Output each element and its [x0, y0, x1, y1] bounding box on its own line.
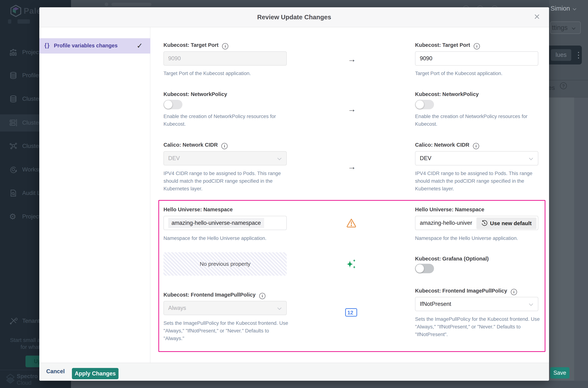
- field-label-networkpolicy-new: Kubecost: NetworkPolicy: [415, 91, 479, 97]
- info-icon[interactable]: i: [222, 43, 228, 49]
- sidebar-item-label: Profiles: [22, 72, 42, 79]
- cidr-new-select[interactable]: DEV: [415, 151, 538, 165]
- field-label-cidr-old: Calico: Network CIDRi: [163, 142, 227, 149]
- divider: [549, 80, 588, 80]
- field-desc: Namespace for the Hello Universe applica…: [163, 234, 291, 242]
- field-desc: Sets the ImagePullPolicy for the Kubecos…: [415, 315, 543, 338]
- spectro-footer-line1: Spectro: [17, 373, 38, 380]
- skeleton-block: [18, 19, 30, 24]
- toggle-knob: [164, 100, 172, 109]
- field-label-imagepullpolicy-new: Kubecost: Frontend ImagePullPolicyi: [415, 288, 517, 295]
- braces-icon: { }: [45, 42, 49, 49]
- field-desc: Target Port of the Kubecost application.: [163, 70, 291, 77]
- backdrop-skeleton-icon: [105, 2, 108, 6]
- field-label-networkpolicy-old: Kubecost: NetworkPolicy: [163, 91, 227, 97]
- network-nodes-icon: [9, 142, 18, 150]
- networkpolicy-new-toggle[interactable]: [415, 100, 434, 109]
- label-text: Calico: Network CIDR: [163, 142, 218, 148]
- kebab-menu-icon[interactable]: ⋮: [575, 49, 583, 61]
- history-icon: [481, 220, 488, 226]
- divider: [549, 97, 588, 97]
- toggle-knob: [416, 264, 424, 273]
- close-icon[interactable]: ×: [534, 11, 540, 23]
- field-label-namespace-new: Hello Universe: Namespace: [415, 207, 484, 213]
- modal-left-panel: { } Profile variables changes ✓: [39, 27, 150, 363]
- no-previous-property-box: No previous property: [163, 252, 287, 276]
- bar-chart-icon: [9, 48, 18, 56]
- field-desc: Enable the creation of NetworkPolicy res…: [163, 113, 291, 128]
- select-value: Always: [168, 305, 186, 311]
- chevron-down-icon: [529, 156, 533, 160]
- user-name: Simion: [550, 5, 570, 12]
- chevron-down-icon: [572, 26, 575, 30]
- label-text: Kubecost: Frontend ImagePullPolicy: [415, 288, 507, 294]
- nav-item-profile-variables[interactable]: { } Profile variables changes ✓: [39, 38, 150, 53]
- modal-header: Review Update Changes ×: [39, 7, 549, 27]
- spectro-cloud-logo-icon: [5, 373, 15, 384]
- promo-text-line1: Start small an: [10, 337, 43, 343]
- gear-icon: ⚙: [9, 212, 18, 221]
- spectro-footer-line2: Cloud: [17, 380, 31, 386]
- label-text: Kubecost: Target Port: [415, 42, 470, 48]
- select-value: DEV: [168, 155, 180, 162]
- field-desc: Enable the creation of NetworkPolicy res…: [415, 113, 543, 128]
- tools-icon: [9, 317, 18, 325]
- skeleton-block: [8, 19, 11, 24]
- field-desc: Sets the ImagePullPolicy for the Kubecos…: [163, 319, 291, 342]
- palette-logo-icon[interactable]: [10, 5, 22, 17]
- number-type-badge: 12: [345, 308, 357, 316]
- warning-icon: [346, 218, 357, 228]
- field-desc: IPV4 CIDR range to be assigned to Pods. …: [415, 170, 543, 193]
- backdrop-skeleton-bar: [112, 3, 152, 6]
- field-label-target-port-new: Kubecost: Target Porti: [415, 42, 480, 49]
- question-circle-icon[interactable]: ?: [560, 82, 567, 89]
- apply-changes-button[interactable]: Apply Changes: [72, 368, 118, 379]
- check-icon: ✓: [136, 42, 143, 50]
- info-icon[interactable]: i: [259, 293, 265, 299]
- select-value: IfNotPresent: [420, 301, 451, 307]
- nav-item-label: Profile variables changes: [54, 43, 118, 49]
- user-menu[interactable]: Simion: [550, 5, 576, 12]
- modal-title: Review Update Changes: [39, 7, 549, 27]
- sparkles-icon: [347, 259, 357, 269]
- label-text: Calico: Network CIDR: [415, 142, 469, 148]
- input-value: amazing-hello-univer: [420, 220, 472, 226]
- namespace-new-input[interactable]: amazing-hello-univer Use new default: [415, 216, 538, 230]
- use-new-default-button[interactable]: Use new default: [476, 218, 537, 229]
- field-label-grafana: Kubecost: Grafana (Optional): [415, 256, 489, 262]
- cidr-old-select: DEV: [163, 151, 287, 165]
- info-icon[interactable]: i: [511, 289, 517, 295]
- info-icon[interactable]: i: [221, 143, 227, 149]
- info-icon[interactable]: i: [474, 43, 480, 49]
- label-text: Kubecost: Target Port: [163, 42, 218, 48]
- settings-dropdown-label: ttings: [552, 24, 568, 31]
- use-new-default-label: Use new default: [490, 220, 532, 226]
- backdrop-bottom-strip: [71, 381, 588, 388]
- modal-footer: Cancel Apply Changes: [39, 363, 549, 381]
- chevron-down-icon: [277, 306, 282, 310]
- review-update-changes-modal: Review Update Changes × { } Profile vari…: [39, 7, 549, 381]
- layers-stack-icon: [9, 95, 18, 103]
- orbit-icon: [9, 165, 18, 174]
- chevron-down-icon: [573, 7, 576, 10]
- values-tab[interactable]: lues: [551, 49, 571, 61]
- field-label-target-port-old: Kubecost: Target Porti: [163, 42, 228, 49]
- imagepullpolicy-new-select[interactable]: IfNotPresent: [415, 297, 538, 311]
- label-text: Kubecost: Frontend ImagePullPolicy: [163, 292, 256, 298]
- target-port-old-input: 9090: [163, 51, 287, 66]
- app-root: Simion ttings lues ⋮ es ? Save Palette: [0, 0, 588, 388]
- imagepullpolicy-old-select: Always: [163, 301, 287, 315]
- chevron-down-icon: [529, 302, 533, 306]
- select-value: DEV: [420, 155, 431, 162]
- save-button[interactable]: Save: [550, 367, 569, 379]
- arrow-right-icon: →: [348, 104, 356, 114]
- toggle-knob: [416, 100, 424, 109]
- target-port-new-input[interactable]: 9090: [415, 51, 538, 66]
- cancel-button[interactable]: Cancel: [46, 368, 65, 375]
- info-icon[interactable]: i: [473, 143, 479, 149]
- arrow-right-icon: →: [348, 162, 356, 171]
- settings-dropdown[interactable]: ttings: [550, 22, 581, 34]
- audit-log-icon: [9, 189, 18, 197]
- chevron-down-icon: [277, 156, 282, 160]
- grafana-toggle[interactable]: [415, 264, 434, 273]
